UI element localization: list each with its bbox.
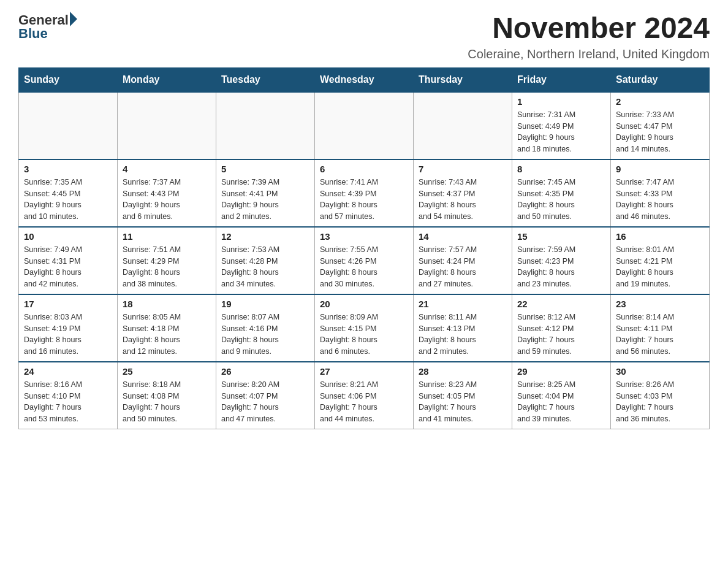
day-number: 20	[320, 299, 408, 309]
calendar-cell: 29Sunrise: 8:25 AM Sunset: 4:04 PM Dayli…	[512, 362, 611, 429]
calendar-cell	[315, 92, 414, 159]
day-info: Sunrise: 7:39 AM Sunset: 4:41 PM Dayligh…	[221, 177, 309, 223]
calendar-cell: 4Sunrise: 7:37 AM Sunset: 4:43 PM Daylig…	[118, 159, 216, 227]
calendar-cell: 5Sunrise: 7:39 AM Sunset: 4:41 PM Daylig…	[216, 159, 315, 227]
day-info: Sunrise: 7:45 AM Sunset: 4:35 PM Dayligh…	[517, 177, 605, 223]
day-info: Sunrise: 8:05 AM Sunset: 4:18 PM Dayligh…	[123, 312, 211, 358]
calendar-week-5: 24Sunrise: 8:16 AM Sunset: 4:10 PM Dayli…	[19, 362, 710, 429]
day-info: Sunrise: 7:57 AM Sunset: 4:24 PM Dayligh…	[419, 244, 507, 290]
calendar-cell: 22Sunrise: 8:12 AM Sunset: 4:12 PM Dayli…	[512, 294, 611, 362]
day-info: Sunrise: 8:11 AM Sunset: 4:13 PM Dayligh…	[419, 312, 507, 358]
header: General Blue November 2024 Coleraine, No…	[18, 12, 710, 61]
day-number: 1	[517, 96, 605, 107]
page-subtitle: Coleraine, Northern Ireland, United King…	[468, 47, 710, 61]
day-info: Sunrise: 7:55 AM Sunset: 4:26 PM Dayligh…	[320, 244, 408, 290]
calendar-header-sunday: Sunday	[19, 67, 118, 92]
day-info: Sunrise: 7:51 AM Sunset: 4:29 PM Dayligh…	[123, 244, 211, 290]
calendar-cell: 18Sunrise: 8:05 AM Sunset: 4:18 PM Dayli…	[118, 294, 216, 362]
calendar-cell: 2Sunrise: 7:33 AM Sunset: 4:47 PM Daylig…	[611, 92, 710, 159]
day-info: Sunrise: 8:09 AM Sunset: 4:15 PM Dayligh…	[320, 312, 408, 358]
calendar-header-saturday: Saturday	[611, 67, 710, 92]
logo-arrow-icon	[70, 12, 77, 26]
calendar-cell: 27Sunrise: 8:21 AM Sunset: 4:06 PM Dayli…	[315, 362, 414, 429]
calendar-cell: 15Sunrise: 7:59 AM Sunset: 4:23 PM Dayli…	[512, 227, 611, 294]
calendar-cell: 7Sunrise: 7:43 AM Sunset: 4:37 PM Daylig…	[414, 159, 512, 227]
calendar-header-tuesday: Tuesday	[216, 67, 315, 92]
day-number: 30	[616, 366, 704, 377]
page-title: November 2024	[468, 12, 710, 45]
day-number: 28	[419, 366, 507, 377]
day-number: 2	[616, 96, 704, 107]
calendar-header-monday: Monday	[118, 67, 216, 92]
calendar-cell: 21Sunrise: 8:11 AM Sunset: 4:13 PM Dayli…	[414, 294, 512, 362]
day-number: 22	[517, 299, 605, 309]
calendar-cell: 20Sunrise: 8:09 AM Sunset: 4:15 PM Dayli…	[315, 294, 414, 362]
calendar-week-2: 3Sunrise: 7:35 AM Sunset: 4:45 PM Daylig…	[19, 159, 710, 227]
calendar-week-1: 1Sunrise: 7:31 AM Sunset: 4:49 PM Daylig…	[19, 92, 710, 159]
calendar-cell: 13Sunrise: 7:55 AM Sunset: 4:26 PM Dayli…	[315, 227, 414, 294]
day-number: 18	[123, 299, 211, 309]
day-number: 15	[517, 231, 605, 242]
day-number: 9	[616, 164, 704, 174]
day-info: Sunrise: 7:31 AM Sunset: 4:49 PM Dayligh…	[517, 109, 605, 155]
calendar-cell: 16Sunrise: 8:01 AM Sunset: 4:21 PM Dayli…	[611, 227, 710, 294]
calendar-header-friday: Friday	[512, 67, 611, 92]
day-number: 3	[24, 164, 112, 174]
title-area: November 2024 Coleraine, Northern Irelan…	[468, 12, 710, 61]
day-number: 23	[616, 299, 704, 309]
day-number: 10	[24, 231, 112, 242]
calendar-week-4: 17Sunrise: 8:03 AM Sunset: 4:19 PM Dayli…	[19, 294, 710, 362]
day-number: 11	[123, 231, 211, 242]
day-info: Sunrise: 7:53 AM Sunset: 4:28 PM Dayligh…	[221, 244, 309, 290]
calendar-cell: 8Sunrise: 7:45 AM Sunset: 4:35 PM Daylig…	[512, 159, 611, 227]
calendar-header-row: SundayMondayTuesdayWednesdayThursdayFrid…	[19, 67, 710, 92]
day-info: Sunrise: 8:16 AM Sunset: 4:10 PM Dayligh…	[24, 379, 112, 425]
day-info: Sunrise: 7:33 AM Sunset: 4:47 PM Dayligh…	[616, 109, 704, 155]
calendar-cell: 14Sunrise: 7:57 AM Sunset: 4:24 PM Dayli…	[414, 227, 512, 294]
logo-blue-text: Blue	[18, 26, 77, 42]
calendar-cell	[118, 92, 216, 159]
day-number: 16	[616, 231, 704, 242]
day-info: Sunrise: 8:01 AM Sunset: 4:21 PM Dayligh…	[616, 244, 704, 290]
day-info: Sunrise: 7:35 AM Sunset: 4:45 PM Dayligh…	[24, 177, 112, 223]
calendar-cell	[216, 92, 315, 159]
day-number: 5	[221, 164, 309, 174]
day-number: 27	[320, 366, 408, 377]
day-info: Sunrise: 7:41 AM Sunset: 4:39 PM Dayligh…	[320, 177, 408, 223]
calendar-cell: 6Sunrise: 7:41 AM Sunset: 4:39 PM Daylig…	[315, 159, 414, 227]
calendar-cell	[414, 92, 512, 159]
day-info: Sunrise: 8:03 AM Sunset: 4:19 PM Dayligh…	[24, 312, 112, 358]
day-info: Sunrise: 7:37 AM Sunset: 4:43 PM Dayligh…	[123, 177, 211, 223]
calendar-header-wednesday: Wednesday	[315, 67, 414, 92]
calendar-cell: 17Sunrise: 8:03 AM Sunset: 4:19 PM Dayli…	[19, 294, 118, 362]
calendar-cell: 1Sunrise: 7:31 AM Sunset: 4:49 PM Daylig…	[512, 92, 611, 159]
calendar-cell	[19, 92, 118, 159]
day-info: Sunrise: 8:21 AM Sunset: 4:06 PM Dayligh…	[320, 379, 408, 425]
day-number: 19	[221, 299, 309, 309]
day-number: 13	[320, 231, 408, 242]
day-number: 14	[419, 231, 507, 242]
calendar-cell: 25Sunrise: 8:18 AM Sunset: 4:08 PM Dayli…	[118, 362, 216, 429]
day-info: Sunrise: 8:26 AM Sunset: 4:03 PM Dayligh…	[616, 379, 704, 425]
day-info: Sunrise: 8:25 AM Sunset: 4:04 PM Dayligh…	[517, 379, 605, 425]
day-number: 21	[419, 299, 507, 309]
calendar-cell: 9Sunrise: 7:47 AM Sunset: 4:33 PM Daylig…	[611, 159, 710, 227]
day-info: Sunrise: 7:43 AM Sunset: 4:37 PM Dayligh…	[419, 177, 507, 223]
day-number: 29	[517, 366, 605, 377]
calendar-cell: 28Sunrise: 8:23 AM Sunset: 4:05 PM Dayli…	[414, 362, 512, 429]
day-info: Sunrise: 8:07 AM Sunset: 4:16 PM Dayligh…	[221, 312, 309, 358]
day-info: Sunrise: 8:14 AM Sunset: 4:11 PM Dayligh…	[616, 312, 704, 358]
calendar-cell: 24Sunrise: 8:16 AM Sunset: 4:10 PM Dayli…	[19, 362, 118, 429]
day-number: 17	[24, 299, 112, 309]
day-info: Sunrise: 8:12 AM Sunset: 4:12 PM Dayligh…	[517, 312, 605, 358]
day-number: 25	[123, 366, 211, 377]
day-info: Sunrise: 7:47 AM Sunset: 4:33 PM Dayligh…	[616, 177, 704, 223]
calendar-cell: 3Sunrise: 7:35 AM Sunset: 4:45 PM Daylig…	[19, 159, 118, 227]
day-number: 12	[221, 231, 309, 242]
day-number: 7	[419, 164, 507, 174]
calendar-cell: 23Sunrise: 8:14 AM Sunset: 4:11 PM Dayli…	[611, 294, 710, 362]
day-info: Sunrise: 7:49 AM Sunset: 4:31 PM Dayligh…	[24, 244, 112, 290]
calendar-cell: 30Sunrise: 8:26 AM Sunset: 4:03 PM Dayli…	[611, 362, 710, 429]
day-info: Sunrise: 8:23 AM Sunset: 4:05 PM Dayligh…	[419, 379, 507, 425]
day-number: 24	[24, 366, 112, 377]
